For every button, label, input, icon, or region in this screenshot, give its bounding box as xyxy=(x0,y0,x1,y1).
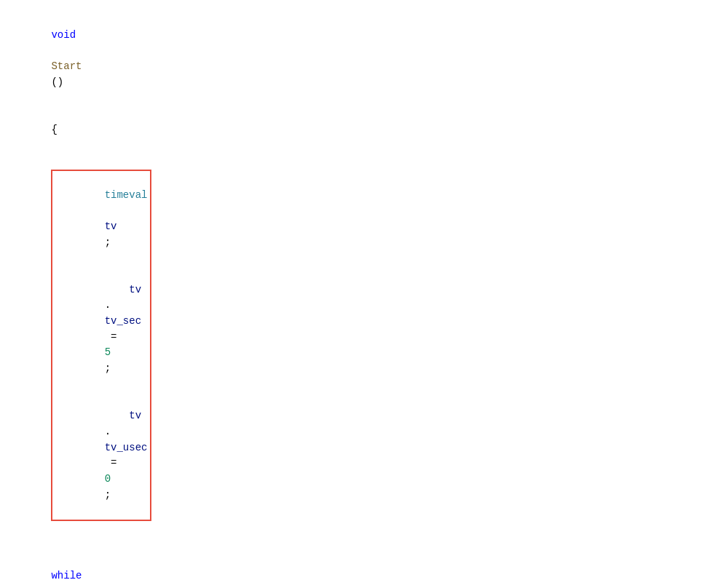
code-line-2: { xyxy=(15,106,713,154)
highlight-box: timeval tv ; tv . tv_sec = 5 ; tv . tv_u… xyxy=(51,170,151,521)
num-0: 0 xyxy=(105,473,111,485)
func-name-start: Start xyxy=(51,60,82,72)
var-tv3: tv xyxy=(105,410,141,421)
code-line-highlighted: timeval tv ; tv . tv_sec = 5 ; tv . tv_u… xyxy=(15,154,713,537)
prop-tv-sec: tv_sec xyxy=(105,315,141,327)
type-timeval: timeval xyxy=(105,189,148,201)
keyword-void: void xyxy=(51,29,76,41)
keyword-while: while xyxy=(51,570,82,580)
code-container: void Start () { timeval tv ; tv . tv_sec… xyxy=(0,0,728,580)
space xyxy=(51,44,57,56)
var-tv2: tv xyxy=(105,284,141,295)
var-tv: tv xyxy=(105,221,117,232)
code-line-while: while ( 1 ) xyxy=(15,537,713,580)
code-line-1: void Start () xyxy=(15,12,713,106)
num-5: 5 xyxy=(105,346,111,358)
parens: () xyxy=(51,76,63,88)
prop-tv-usec: tv_usec xyxy=(105,442,148,453)
brace-open: { xyxy=(51,124,57,135)
